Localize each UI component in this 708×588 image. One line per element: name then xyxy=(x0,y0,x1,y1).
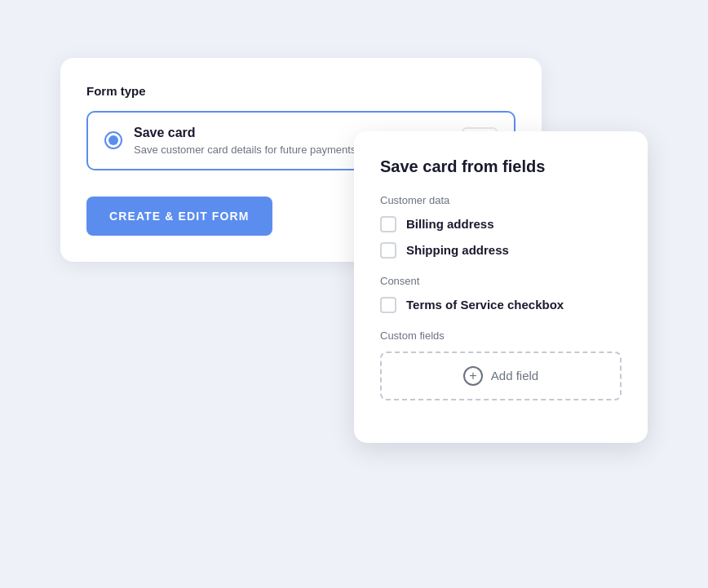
tos-item: Terms of Service checkbox xyxy=(380,297,622,313)
tos-label: Terms of Service checkbox xyxy=(406,298,564,312)
billing-address-checkbox[interactable] xyxy=(380,216,396,232)
add-field-button[interactable]: + Add field xyxy=(380,351,622,400)
shipping-address-item: Shipping address xyxy=(380,242,622,259)
save-card-fields-panel: Save card from fields Customer data Bill… xyxy=(354,131,648,443)
create-edit-form-button[interactable]: CREATE & EDIT FORM xyxy=(86,197,272,236)
radio-button-inner xyxy=(108,135,118,145)
shipping-address-checkbox[interactable] xyxy=(380,242,396,259)
add-field-label: Add field xyxy=(491,369,538,382)
custom-fields-label: Custom fields xyxy=(380,329,622,342)
custom-fields-section: Custom fields + Add field xyxy=(380,329,622,400)
scene: Form type Save card Save customer card d… xyxy=(60,58,648,531)
panel-title: Save card from fields xyxy=(380,157,622,176)
customer-data-label: Customer data xyxy=(380,194,622,206)
customer-data-section: Customer data Billing address Shipping a… xyxy=(380,194,622,259)
billing-address-item: Billing address xyxy=(380,216,622,232)
billing-address-label: Billing address xyxy=(406,217,494,231)
shipping-address-label: Shipping address xyxy=(406,243,509,257)
consent-label: Consent xyxy=(380,275,622,287)
tos-checkbox[interactable] xyxy=(380,297,396,313)
radio-button[interactable] xyxy=(104,131,122,149)
plus-icon: + xyxy=(463,366,483,386)
consent-section: Consent Terms of Service checkbox xyxy=(380,275,622,313)
form-type-label: Form type xyxy=(86,84,516,98)
